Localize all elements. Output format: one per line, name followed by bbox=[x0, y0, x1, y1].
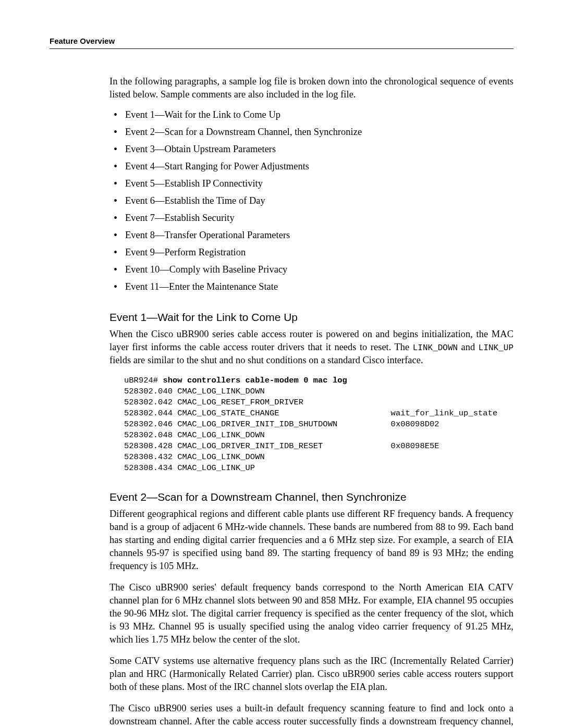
log-line: 528302.040 CMAC_LOG_LINK_DOWN bbox=[124, 387, 265, 396]
log-line: 528308.432 CMAC_LOG_LINK_DOWN bbox=[124, 452, 265, 462]
inline-code: LINK_DOWN bbox=[413, 343, 458, 353]
list-item: Event 8—Transfer Operational Parameters bbox=[109, 229, 513, 242]
list-item: Event 4—Start Ranging for Power Adjustme… bbox=[109, 160, 513, 173]
list-item: Event 1—Wait for the Link to Come Up bbox=[109, 108, 513, 121]
list-item: Event 5—Establish IP Connectivity bbox=[109, 177, 513, 190]
log-line: 528302.042 CMAC_LOG_RESET_FROM_DRIVER bbox=[124, 398, 303, 407]
event1-paragraph: When the Cisco uBR900 series cable acces… bbox=[109, 328, 513, 367]
command: show controllers cable-modem 0 mac log bbox=[163, 376, 347, 385]
list-item: Event 3—Obtain Upstream Parameters bbox=[109, 143, 513, 156]
log-line: 528308.434 CMAC_LOG_LINK_UP bbox=[124, 463, 255, 473]
intro-paragraph: In the following paragraphs, a sample lo… bbox=[109, 75, 513, 101]
content-area: In the following paragraphs, a sample lo… bbox=[109, 75, 513, 728]
event2-heading: Event 2—Scan for a Downstream Channel, t… bbox=[109, 491, 513, 503]
log-line: 528308.428 CMAC_LOG_DRIVER_INIT_IDB_RESE… bbox=[124, 441, 439, 451]
running-header: Feature Overview bbox=[50, 36, 513, 49]
log-line: 528302.046 CMAC_LOG_DRIVER_INIT_IDB_SHUT… bbox=[124, 419, 439, 429]
event1-code-block: uBR924# show controllers cable-modem 0 m… bbox=[124, 375, 513, 473]
log-line: 528302.048 CMAC_LOG_LINK_DOWN bbox=[124, 430, 265, 440]
list-item: Event 10—Comply with Baseline Privacy bbox=[109, 263, 513, 276]
event2-paragraph-4: The Cisco uBR900 series uses a built-in … bbox=[109, 702, 513, 728]
log-line: 528302.044 CMAC_LOG_STATE_CHANGE wait_fo… bbox=[124, 409, 497, 418]
list-item: Event 2—Scan for a Downstream Channel, t… bbox=[109, 126, 513, 139]
inline-code: LINK_UP bbox=[479, 343, 513, 353]
event2-paragraph-2: The Cisco uBR900 series' default frequen… bbox=[109, 581, 513, 646]
event2-paragraph-3: Some CATV systems use alternative freque… bbox=[109, 655, 513, 694]
event2-paragraph-1: Different geographical regions and diffe… bbox=[109, 508, 513, 573]
events-bullet-list: Event 1—Wait for the Link to Come Up Eve… bbox=[109, 108, 513, 293]
event1-heading: Event 1—Wait for the Link to Come Up bbox=[109, 311, 513, 324]
list-item: Event 9—Perform Registration bbox=[109, 246, 513, 259]
list-item: Event 11—Enter the Maintenance State bbox=[109, 280, 513, 293]
list-item: Event 6—Establish the Time of Day bbox=[109, 194, 513, 207]
prompt: uBR924# bbox=[124, 376, 163, 385]
text-fragment: and bbox=[458, 342, 479, 352]
list-item: Event 7—Establish Security bbox=[109, 212, 513, 225]
text-fragment: fields are similar to the shut and no sh… bbox=[109, 355, 423, 365]
page: Feature Overview In the following paragr… bbox=[0, 0, 563, 728]
